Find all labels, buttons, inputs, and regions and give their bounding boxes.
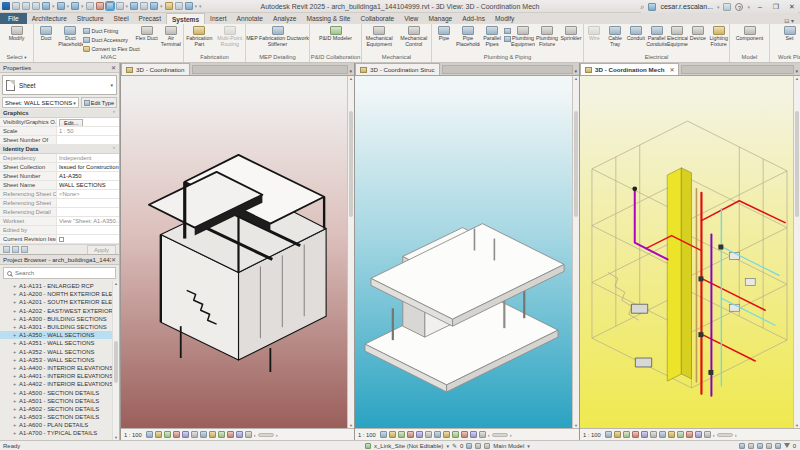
component-button[interactable]: Component xyxy=(730,25,769,53)
select-by-face-icon[interactable] xyxy=(766,443,772,449)
list-item[interactable]: +A1-A201 - SOUTH EXTERIOR ELEVATION xyxy=(0,298,119,306)
switch-windows-icon[interactable] xyxy=(185,2,193,10)
rendering-dialog-icon[interactable] xyxy=(641,431,648,438)
property-row[interactable]: Scale1 : 50 xyxy=(0,127,119,136)
sun-path-icon[interactable] xyxy=(398,431,405,438)
property-row[interactable]: WorksetView "Sheet: A1-A350... xyxy=(0,217,119,226)
crop-view-icon[interactable] xyxy=(425,431,432,438)
search-input[interactable] xyxy=(15,270,95,276)
tab-analyze[interactable]: Analyze xyxy=(268,13,301,24)
plumbing-piping-panel-label[interactable]: Plumbing & Piping xyxy=(432,53,583,62)
tab-collaborate[interactable]: Collaborate xyxy=(355,13,399,24)
identity-section-header[interactable]: Identity Data⌃ xyxy=(0,145,119,154)
list-item[interactable]: +A1-A300 - BUILDING SECTIONS xyxy=(0,315,119,323)
close-button[interactable]: ✕ xyxy=(786,3,798,11)
aligned-dimension-icon[interactable] xyxy=(116,2,124,10)
tab-file[interactable]: File xyxy=(0,13,27,24)
pid-collaboration-panel-label[interactable]: P&ID Collaboration xyxy=(310,53,361,62)
tab-structure[interactable]: Structure xyxy=(72,13,109,24)
list-item[interactable]: +A1-A352 - WALL SECTIONS xyxy=(0,348,119,356)
mechanical-equipment-button[interactable]: Mechanical Equipment xyxy=(362,25,397,53)
reveal-hidden-elements-icon[interactable] xyxy=(227,431,234,438)
modify-button[interactable]: Modify xyxy=(0,25,33,53)
browser-scrollbar[interactable]: ▲▼ xyxy=(112,281,119,440)
vertical-scrollbar[interactable]: ▲▼ xyxy=(793,76,800,428)
list-item[interactable]: +A1-A700 - TYPICAL DETAILS xyxy=(0,429,119,437)
lock-3d-view-icon[interactable] xyxy=(443,431,450,438)
constraints-icon[interactable] xyxy=(479,431,486,438)
edit-type-button[interactable]: Edit Type xyxy=(81,97,117,108)
visual-style-icon[interactable] xyxy=(614,431,621,438)
pipe-button[interactable]: Pipe xyxy=(432,25,456,53)
vg-edit-button[interactable]: Edit... xyxy=(59,119,83,127)
rendering-dialog-icon[interactable] xyxy=(182,431,189,438)
property-row[interactable]: Sheet Number Of xyxy=(0,136,119,145)
type-selector[interactable]: Sheet ▾ xyxy=(2,75,117,95)
property-row[interactable]: Referencing Sheet C...<None> xyxy=(0,190,119,199)
tab-manage[interactable]: Manage xyxy=(423,13,457,24)
electrical-equipment-button[interactable]: Electrical Equipment xyxy=(667,25,688,53)
close-view-icon[interactable]: ✕ xyxy=(669,66,674,73)
temporary-hide-isolate-icon[interactable] xyxy=(218,431,225,438)
duct-placeholder-button[interactable]: Duct Placeholder xyxy=(58,25,82,53)
signed-in-user[interactable]: cesar.r.escalan... xyxy=(660,3,713,10)
tab-view[interactable]: View xyxy=(399,13,423,24)
tab-architecture[interactable]: Architecture xyxy=(27,13,72,24)
3d-view-icon[interactable] xyxy=(150,2,158,10)
text-icon[interactable] xyxy=(140,2,148,10)
user-avatar-icon[interactable] xyxy=(648,3,656,11)
properties-close-icon[interactable]: ✕ xyxy=(111,64,116,71)
temporary-hide-isolate-icon[interactable] xyxy=(452,431,459,438)
view-tab-coordination-struc[interactable]: 3D - Coordination Struc xyxy=(355,63,440,75)
mep-detailing-panel-label[interactable]: MEP Detailing xyxy=(246,53,309,62)
shadows-icon[interactable] xyxy=(632,431,639,438)
active-link-label[interactable]: x_Link_Site (Not Editable) xyxy=(374,443,443,449)
select-pinned-icon[interactable] xyxy=(757,443,763,449)
fabrication-part-button[interactable]: Fabrication Part xyxy=(184,25,215,53)
property-row[interactable]: Sheet NumberA1-A350 xyxy=(0,172,119,181)
list-item[interactable]: +A1-A353 - WALL SECTIONS xyxy=(0,356,119,364)
duct-fitting-button[interactable]: Duct Fitting xyxy=(83,27,135,35)
open-icon[interactable] xyxy=(22,2,30,10)
temporary-view-properties-icon[interactable] xyxy=(236,431,243,438)
link-dropdown-icon[interactable]: ▾ xyxy=(446,443,449,449)
properties-help-icon[interactable] xyxy=(3,246,10,253)
shadows-icon[interactable] xyxy=(407,431,414,438)
scroll-right-icon[interactable]: › xyxy=(735,432,737,438)
ribbon-display-toggle-icon[interactable]: ⊡ ▾ xyxy=(784,17,800,24)
work-plane-panel-label[interactable]: Work Plane xyxy=(770,53,800,62)
sort-ascending-icon[interactable] xyxy=(12,246,19,253)
tab-add-ins[interactable]: Add-Ins xyxy=(457,13,490,24)
property-row[interactable]: Edited by xyxy=(0,226,119,235)
list-item[interactable]: +A1-A200 - NORTH EXTERIOR ELEVATION xyxy=(0,290,119,298)
flex-duct-button[interactable]: Flex Duct xyxy=(135,25,159,53)
tab-list-dropdown-icon[interactable]: ▾ xyxy=(795,68,800,75)
model-panel-label[interactable]: Model xyxy=(730,53,769,62)
select-panel-label[interactable]: Select ▾ xyxy=(0,53,33,62)
list-item[interactable]: +A1-A501 - SECTION DETAILS xyxy=(0,397,119,405)
apply-button[interactable]: Apply xyxy=(87,245,116,255)
detail-level-icon[interactable] xyxy=(380,431,387,438)
plumbing-equipment-button[interactable]: Plumbing Equipment xyxy=(511,25,535,53)
shadows-icon[interactable] xyxy=(173,431,180,438)
property-row[interactable]: Referencing Sheet xyxy=(0,199,119,208)
list-item[interactable]: +A1-A503 - SECTION DETAILS xyxy=(0,413,119,421)
property-row[interactable]: Sheet NameWALL SECTIONS xyxy=(0,181,119,190)
temporary-hide-isolate-icon[interactable] xyxy=(677,431,684,438)
thin-lines-icon[interactable] xyxy=(175,2,183,10)
horizontal-scrollbar[interactable] xyxy=(717,433,733,437)
crop-view-icon[interactable] xyxy=(191,431,198,438)
tab-precast[interactable]: Precast xyxy=(134,13,166,24)
reveal-hidden-elements-icon[interactable] xyxy=(686,431,693,438)
design-option-dropdown-icon[interactable]: ▾ xyxy=(527,443,530,449)
redo-icon[interactable] xyxy=(71,2,79,10)
detail-level-icon[interactable] xyxy=(605,431,612,438)
show-crop-region-icon[interactable] xyxy=(659,431,666,438)
parallel-pipes-button[interactable]: Parallel Pipes xyxy=(480,25,504,53)
plumbing-fixture-button[interactable]: Plumbing Fixture xyxy=(535,25,559,53)
electrical-panel-label[interactable]: Electrical xyxy=(584,53,729,62)
canvas-coordination[interactable]: ▲▼ xyxy=(121,76,354,428)
property-row[interactable]: Visibility/Graphics O...Edit... xyxy=(0,118,119,127)
list-item-selected[interactable]: +A1-A350 - WALL SECTIONS xyxy=(0,331,119,339)
property-row[interactable]: Current Revision Issu... xyxy=(0,235,119,244)
